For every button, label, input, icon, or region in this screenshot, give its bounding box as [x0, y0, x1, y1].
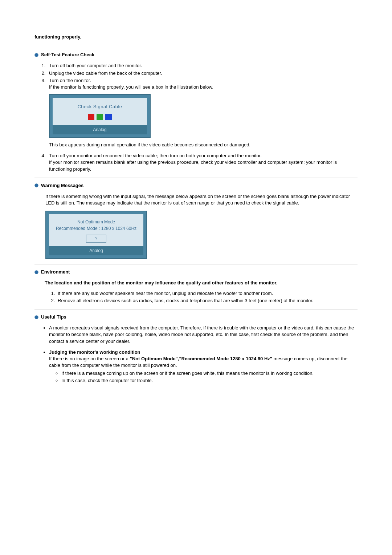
step-text: Turn off both your computer and the moni…: [49, 62, 358, 69]
illustration-lines: Not Optimum Mode Recommended Mode : 1280…: [52, 219, 140, 232]
section-title: Self-Test Feature Check: [41, 52, 94, 58]
step-extra: If your monitor screen remains blank aft…: [49, 159, 358, 172]
monitor-frame: Check Signal Cable Analog: [49, 94, 151, 138]
step-text: Unplug the video cable from the back of …: [49, 70, 358, 77]
red-square-icon: [88, 114, 94, 120]
illustration-check-signal: Check Signal Cable Analog: [49, 94, 358, 138]
line2: Recommended Mode : 1280 x 1024 60Hz: [52, 225, 140, 232]
list-item: Turn off both your computer and the moni…: [47, 62, 358, 69]
tip-text-bold: "Not Optimum Mode","Recommended Mode 128…: [130, 356, 272, 361]
illustration-not-optimum: Not Optimum Mode Recommended Mode : 1280…: [45, 211, 358, 259]
section-bullet-icon: [34, 315, 38, 319]
illustration-footer: Analog: [49, 246, 143, 255]
rgb-squares: [56, 114, 143, 120]
divider: [34, 264, 358, 264]
selftest-steps: Turn off both your computer and the moni…: [34, 62, 358, 172]
warnings-body: If there is something wrong with the inp…: [45, 193, 358, 206]
section-heading-tips: Useful Tips: [34, 314, 358, 320]
intro-fragment: functioning properly.: [34, 34, 358, 40]
section-title: Warning Messages: [41, 182, 83, 189]
list-item: If there is a message coming up on the s…: [61, 370, 358, 377]
tip-subtitle: Judging the monitor's working condition: [49, 349, 140, 355]
tip-sublist: If there is a message coming up on the s…: [49, 370, 358, 384]
list-item: Unplug the video cable from the back of …: [47, 70, 358, 77]
list-item: In this case, check the computer for tro…: [61, 377, 358, 384]
section-title: Useful Tips: [41, 314, 66, 320]
document-page: functioning properly. Self-Test Feature …: [0, 0, 392, 418]
section-title: Environment: [41, 269, 70, 275]
list-item: Turn on the monitor. If the monitor is f…: [47, 77, 358, 149]
section-heading-selftest: Self-Test Feature Check: [34, 52, 358, 58]
question-box: ?: [86, 235, 106, 243]
step-text: Turn on the monitor.: [49, 77, 358, 84]
list-item: If there are any sub woofer speakers nea…: [56, 290, 358, 297]
illustration-footer: Analog: [53, 125, 147, 134]
divider: [34, 178, 358, 178]
section-heading-warnings: Warning Messages: [34, 182, 358, 189]
blue-square-icon: [105, 114, 112, 120]
environment-bold: The location and the position of the mon…: [45, 280, 358, 286]
tips-list: A monitor recreates visual signals recei…: [34, 325, 358, 384]
list-item: A monitor recreates visual signals recei…: [49, 325, 358, 345]
step-text: Turn off your monitor and reconnect the …: [49, 153, 358, 159]
line1: Not Optimum Mode: [52, 219, 140, 225]
section-bullet-icon: [34, 53, 38, 57]
list-item: Remove all electronic devices such as ra…: [56, 297, 358, 304]
monitor-screen: Not Optimum Mode Recommended Mode : 1280…: [49, 214, 143, 246]
divider: [34, 309, 358, 309]
monitor-screen: Check Signal Cable: [53, 98, 147, 125]
step-extra: If the monitor is functioning properly, …: [49, 84, 358, 90]
list-item: Turn off your monitor and reconnect the …: [47, 153, 358, 173]
after-image-text: This box appears during normal operation…: [49, 142, 358, 148]
environment-list: If there are any sub woofer speakers nea…: [45, 290, 358, 304]
list-item: Judging the monitor's working condition …: [49, 349, 358, 384]
section-bullet-icon: [34, 270, 38, 274]
divider: [34, 47, 358, 47]
section-bullet-icon: [34, 183, 38, 187]
monitor-frame: Not Optimum Mode Recommended Mode : 1280…: [45, 211, 147, 259]
section-heading-environment: Environment: [34, 269, 358, 275]
illustration-title: Check Signal Cable: [56, 104, 143, 110]
green-square-icon: [97, 114, 103, 120]
tip-text-pre: If there is no image on the screen or a: [49, 356, 130, 361]
